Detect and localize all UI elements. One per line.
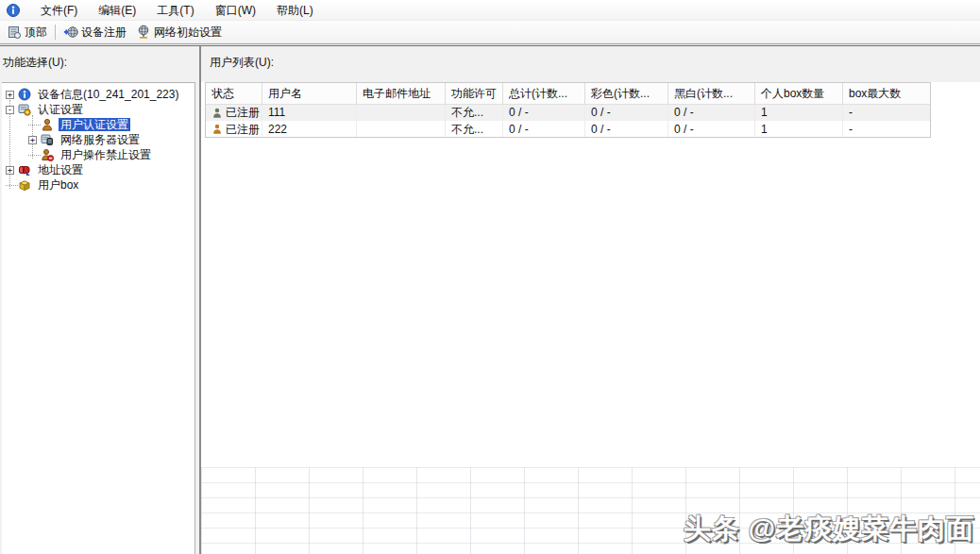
- menu-edit[interactable]: 编辑(E): [88, 0, 146, 21]
- user-icon: [41, 118, 55, 131]
- email-cell: [357, 121, 446, 137]
- tree-connector: [6, 185, 18, 186]
- app-icon: [6, 3, 21, 18]
- tree-item-label: 认证设置: [36, 103, 85, 116]
- color-count-cell: 0 / -: [585, 105, 668, 120]
- tree-item-label: 设备信息(10_241_201_223): [36, 88, 180, 101]
- bw-count-cell: 0 / -: [668, 121, 755, 137]
- main-header-strip: 用户列表(U):: [201, 46, 980, 82]
- user-list-table: 状态 用户名 电子邮件地址 功能许可 总计(计数... 彩色(计数... 黑白(…: [205, 82, 931, 138]
- username-cell: 111: [262, 105, 357, 120]
- username-cell: 222: [262, 121, 357, 137]
- sidebar-title: 功能选择(U):: [0, 46, 199, 71]
- menu-file[interactable]: 文件(F): [30, 0, 88, 21]
- network-server-icon: [41, 133, 55, 146]
- column-header-color-count[interactable]: 彩色(计数...: [585, 83, 668, 104]
- personal-box-count-cell: 1: [755, 105, 843, 120]
- network-init-button[interactable]: 网络初始设置: [131, 22, 227, 42]
- user-forbid-icon: [41, 148, 55, 161]
- email-cell: [357, 105, 446, 120]
- collapse-icon[interactable]: -: [6, 106, 14, 114]
- column-header-username[interactable]: 用户名: [262, 83, 357, 104]
- table-row[interactable]: 已注册 222 不允... 0 / - 0 / - 0 / - 1 -: [206, 121, 930, 137]
- menu-tools[interactable]: 工具(T): [146, 0, 204, 21]
- device-info-icon: [18, 88, 32, 101]
- toolbar: 顶部 设备注册 网络初始设置: [0, 21, 980, 43]
- top-button[interactable]: 顶部: [2, 22, 52, 42]
- total-count-cell: 0 / -: [503, 105, 585, 120]
- user-list-title: 用户列表(U):: [201, 46, 980, 71]
- permission-cell: 不允...: [446, 105, 503, 120]
- status-label: 已注册: [226, 105, 260, 120]
- toolbar-separator: [55, 25, 56, 40]
- column-header-bw-count[interactable]: 黑白(计数...: [668, 83, 755, 104]
- total-count-cell: 0 / -: [503, 121, 585, 137]
- column-header-box-max[interactable]: box最大数: [843, 83, 930, 104]
- tree-item-address-settings[interactable]: + 地址设置: [2, 162, 194, 177]
- column-header-permission[interactable]: 功能许可: [446, 83, 503, 104]
- tree-item-device-info[interactable]: + 设备信息(10_241_201_223): [2, 87, 194, 102]
- column-header-personal-box-count[interactable]: 个人box数量: [755, 83, 843, 104]
- expand-icon[interactable]: +: [28, 136, 37, 144]
- tree-item-label: 地址设置: [36, 163, 85, 176]
- content-area: 功能选择(U): + 设备信息(10_241_201_223): [0, 46, 980, 554]
- menu-window[interactable]: 窗口(W): [205, 0, 266, 21]
- menu-bar: 文件(F) 编辑(E) 工具(T) 窗口(W) 帮助(L): [0, 0, 980, 21]
- personal-box-count-cell: 1: [755, 121, 843, 137]
- table-header-row: 状态 用户名 电子邮件地址 功能许可 总计(计数... 彩色(计数... 黑白(…: [206, 83, 930, 105]
- top-button-label: 顶部: [25, 25, 47, 41]
- network-init-icon: [136, 25, 151, 40]
- expand-icon[interactable]: +: [6, 91, 14, 99]
- status-label: 已注册: [226, 122, 260, 137]
- user-status-icon: [211, 123, 223, 135]
- tree-item-user-operation-ban[interactable]: 用户操作禁止设置: [2, 147, 194, 162]
- status-cell: 已注册: [206, 121, 262, 137]
- tree-item-label: 用户操作禁止设置: [59, 148, 153, 161]
- tree-item-auth-settings[interactable]: - 认证设置: [2, 102, 194, 117]
- box-max-cell: -: [843, 121, 930, 137]
- menu-help[interactable]: 帮助(L): [266, 0, 324, 21]
- permission-cell: 不允...: [446, 121, 503, 137]
- tree-item-label: 网络服务器设置: [59, 133, 142, 146]
- column-header-email[interactable]: 电子邮件地址: [357, 83, 446, 104]
- column-header-status[interactable]: 状态: [206, 83, 262, 104]
- network-init-label: 网络初始设置: [154, 25, 222, 41]
- color-count-cell: 0 / -: [585, 121, 668, 137]
- table-row[interactable]: 已注册 111 不允... 0 / - 0 / - 0 / - 1 -: [206, 105, 930, 121]
- status-cell: 已注册: [206, 105, 262, 120]
- expand-icon[interactable]: +: [6, 166, 14, 175]
- column-header-total-count[interactable]: 总计(计数...: [503, 83, 585, 104]
- tree-item-user-box[interactable]: 用户box: [2, 177, 194, 193]
- tree-item-label: 用户box: [36, 178, 80, 192]
- device-register-button[interactable]: 设备注册: [59, 22, 131, 42]
- top-icon: [7, 25, 22, 40]
- bw-count-cell: 0 / -: [668, 105, 755, 120]
- device-register-label: 设备注册: [81, 25, 127, 41]
- auth-settings-icon: [18, 103, 32, 116]
- tree-item-label: 用户认证设置: [59, 118, 130, 131]
- function-tree: + 设备信息(10_241_201_223) -: [2, 82, 195, 554]
- device-register-icon: [63, 25, 78, 40]
- box-max-cell: -: [843, 105, 930, 120]
- main-panel: 用户列表(U): 状态 用户名 电子邮件地址 功能许可 总计(计数... 彩色(…: [201, 46, 980, 554]
- tree-item-user-auth-settings[interactable]: 用户认证设置: [2, 117, 194, 132]
- tree-connector: [28, 155, 41, 156]
- user-status-icon: [211, 107, 223, 119]
- tree-item-network-server-settings[interactable]: + 网络服务器设置: [2, 132, 194, 147]
- tree-connector: [28, 125, 41, 126]
- sidebar-panel: 功能选择(U): + 设备信息(10_241_201_223): [0, 46, 199, 554]
- box-icon: [18, 178, 32, 192]
- mailbox-icon: [18, 163, 32, 176]
